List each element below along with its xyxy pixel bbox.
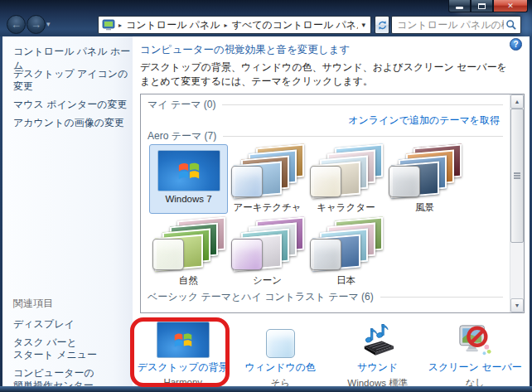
search-input[interactable] bbox=[395, 18, 505, 31]
theme-item[interactable]: 日本 bbox=[307, 217, 385, 287]
page-title: コンピューターの視覚効果と音を変更します bbox=[140, 43, 350, 57]
aero-theme-row-1: Windows 7アーキテクチャキャラクター風景 bbox=[149, 144, 505, 214]
windows-flag-icon bbox=[177, 161, 201, 181]
desktop-background-button[interactable]: デスクトップの背景Harmony bbox=[134, 322, 232, 390]
theme-item[interactable]: キャラクター bbox=[307, 144, 385, 214]
sidebar-task-list: デスクトップ アイコンの変更マウス ポインターの変更アカウントの画像の変更 bbox=[13, 68, 133, 135]
theme-name: 自然 bbox=[150, 274, 227, 287]
scrollbar-down-icon[interactable]: ▼ bbox=[510, 298, 524, 312]
header-rule bbox=[222, 104, 503, 105]
theme-name: キャラクター bbox=[307, 201, 384, 214]
footer-icon-wrap bbox=[359, 322, 397, 358]
footer-icon-wrap bbox=[457, 322, 493, 358]
title-bar: ✕ ← → ▾ ▸コントロール パネル▸すべてのコントロール パネル項目▸個人設… bbox=[0, 0, 532, 36]
theme-thumbnail-stack bbox=[231, 219, 304, 272]
footer-item-label: デスクトップの背景 bbox=[138, 361, 229, 375]
address-dropdown-icon[interactable]: ▾ bbox=[358, 21, 369, 29]
basic-themes-header: ベーシック テーマとハイ コントラスト テーマ (6) bbox=[148, 290, 505, 303]
sidebar-task-link[interactable]: マウス ポインターの変更 bbox=[13, 99, 133, 111]
close-icon: ✕ bbox=[507, 2, 514, 10]
scrollbar-up-icon[interactable]: ▲ bbox=[510, 94, 524, 109]
address-bar[interactable]: ▸コントロール パネル▸すべてのコントロール パネル項目▸個人設定 ▾ bbox=[98, 16, 371, 34]
forward-button[interactable]: → bbox=[27, 15, 46, 34]
screen-saver-button[interactable]: スクリーン セーバーなし bbox=[427, 322, 525, 390]
theme-name: シーン bbox=[229, 274, 306, 287]
basic-themes-header-label: ベーシック テーマとハイ コントラスト テーマ (6) bbox=[148, 290, 374, 304]
footer-icon-wrap bbox=[157, 322, 210, 358]
control-panel-icon bbox=[102, 18, 115, 31]
minimize-button[interactable] bbox=[448, 0, 471, 12]
back-button[interactable]: ← bbox=[7, 15, 26, 34]
theme-list-box: マイ テーマ (0) オンラインで追加のテーマを取得 Aero テーマ (7) … bbox=[140, 94, 525, 313]
refresh-button[interactable] bbox=[375, 16, 389, 34]
theme-thumbnail-stack bbox=[310, 146, 383, 199]
window-controls: ✕ bbox=[448, 0, 528, 12]
window-color-icon bbox=[266, 329, 295, 358]
theme-list-content: マイ テーマ (0) オンラインで追加のテーマを取得 Aero テーマ (7) … bbox=[141, 94, 510, 312]
maximize-icon bbox=[478, 3, 486, 9]
window-color-button[interactable]: ウィンドウの色そら bbox=[232, 322, 330, 390]
theme-glass-square bbox=[310, 239, 341, 270]
history-dropdown-icon[interactable]: ▾ bbox=[46, 20, 51, 28]
get-more-themes-link[interactable]: オンラインで追加のテーマを取得 bbox=[348, 114, 500, 128]
search-box bbox=[391, 16, 521, 34]
footer-icon-wrap bbox=[266, 322, 295, 358]
page-description: デスクトップの背景、ウィンドウの色、サウンド、およびスクリーン セーバーをまとめ… bbox=[140, 60, 517, 89]
theme-thumbnail-stack bbox=[231, 146, 304, 199]
online-themes-row: オンラインで追加のテーマを取得 bbox=[148, 111, 505, 129]
theme-item[interactable]: 風景 bbox=[385, 144, 464, 214]
maximize-button[interactable] bbox=[471, 0, 493, 12]
windows7-theme-thumbnail bbox=[157, 150, 220, 191]
theme-item[interactable]: 自然 bbox=[149, 217, 228, 287]
breadcrumb-item[interactable]: すべてのコントロール パネル項目 bbox=[229, 17, 359, 34]
theme-glass-square bbox=[152, 239, 184, 270]
breadcrumb-item[interactable]: コントロール パネル bbox=[123, 17, 224, 34]
theme-item[interactable]: Windows 7 bbox=[149, 144, 228, 214]
theme-thumbnail-stack bbox=[389, 146, 462, 199]
footer-settings-bar: デスクトップの背景Harmonyウィンドウの色そらサウンドWindows 標準ス… bbox=[134, 322, 524, 390]
scrollbar[interactable]: ▲ ▼ bbox=[510, 94, 524, 312]
my-themes-header-label: マイ テーマ (0) bbox=[148, 98, 215, 112]
close-button[interactable]: ✕ bbox=[493, 0, 528, 12]
back-icon: ← bbox=[11, 18, 22, 31]
aero-themes-header: Aero テーマ (7) bbox=[148, 129, 505, 143]
navigation-bar: ← → ▾ ▸コントロール パネル▸すべてのコントロール パネル項目▸個人設定 … bbox=[0, 13, 532, 36]
sidebar-related-link[interactable]: タスク バーとスタート メニュー bbox=[13, 336, 97, 361]
main-panel: ? コンピューターの視覚効果と音を変更します デスクトップの背景、ウィンドウの色… bbox=[133, 36, 530, 387]
desktop-background-icon bbox=[157, 322, 210, 358]
content-area: コントロール パネル ホーム デスクトップ アイコンの変更マウス ポインターの変… bbox=[2, 36, 530, 387]
theme-name: Windows 7 bbox=[150, 194, 227, 204]
theme-glass-square bbox=[231, 239, 263, 270]
theme-thumbnail-stack bbox=[152, 219, 225, 272]
windows-flag-icon bbox=[173, 332, 193, 349]
minimize-icon bbox=[456, 7, 463, 9]
forward-icon: → bbox=[31, 18, 41, 31]
aero-themes-header-label: Aero テーマ (7) bbox=[148, 129, 216, 143]
sidebar-task-link[interactable]: アカウントの画像の変更 bbox=[13, 117, 133, 129]
sound-button[interactable]: サウンドWindows 標準 bbox=[329, 322, 427, 390]
theme-thumbnail-stack bbox=[310, 219, 383, 272]
refresh-icon bbox=[377, 20, 388, 31]
theme-item[interactable]: アーキテクチャ bbox=[228, 144, 307, 214]
header-rule bbox=[380, 297, 503, 298]
theme-item[interactable]: シーン bbox=[228, 217, 307, 287]
search-icon[interactable] bbox=[505, 19, 517, 31]
sidebar-related-list: ディスプレイタスク バーとスタート メニューコンピューターの簡単操作センター bbox=[13, 318, 97, 392]
sidebar-task-link[interactable]: デスクトップ アイコンの変更 bbox=[13, 68, 133, 93]
theme-name: 風景 bbox=[386, 201, 463, 214]
sidebar-related-link[interactable]: ディスプレイ bbox=[13, 318, 97, 331]
help-icon[interactable]: ? bbox=[510, 38, 522, 51]
footer-item-label: ウィンドウの色 bbox=[244, 361, 316, 375]
sidebar: コントロール パネル ホーム デスクトップ アイコンの変更マウス ポインターの変… bbox=[2, 36, 133, 387]
related-items-header: 関連項目 bbox=[13, 297, 97, 311]
theme-glass-square bbox=[231, 166, 263, 197]
footer-item-label: スクリーン セーバー bbox=[428, 361, 522, 375]
scrollbar-thumb[interactable] bbox=[510, 109, 524, 243]
personalization-window: ✕ ← → ▾ ▸コントロール パネル▸すべてのコントロール パネル項目▸個人設… bbox=[0, 0, 532, 392]
my-themes-header: マイ テーマ (0) bbox=[148, 98, 505, 111]
sidebar-related-section: 関連項目 ディスプレイタスク バーとスタート メニューコンピューターの簡単操作セ… bbox=[13, 297, 97, 392]
footer-item-label: サウンド bbox=[357, 361, 398, 375]
theme-glass-square bbox=[389, 166, 420, 197]
breadcrumb: ▸コントロール パネル▸すべてのコントロール パネル項目▸個人設定 bbox=[118, 17, 358, 34]
header-rule bbox=[223, 136, 503, 137]
